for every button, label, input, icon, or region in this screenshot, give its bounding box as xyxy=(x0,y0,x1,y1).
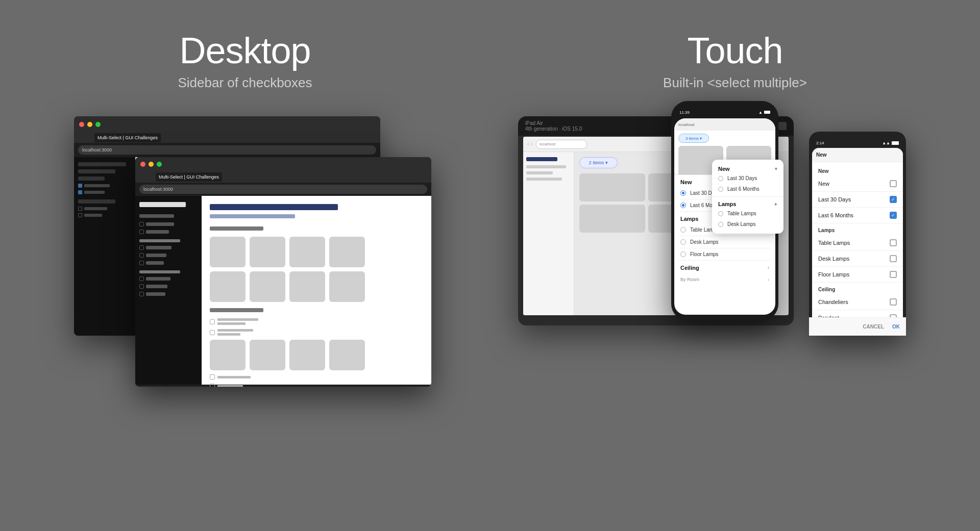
iphone-filter-button[interactable]: 3 Items ▾ xyxy=(678,134,709,143)
iphone-radio-floor xyxy=(680,251,686,257)
android-cb-desk[interactable] xyxy=(890,255,897,262)
ipad-back-icon[interactable]: ‹ xyxy=(527,141,529,147)
browser-back-tab-bar: Multi-Select | GUI Challenges xyxy=(74,133,380,143)
android-item-new[interactable]: New xyxy=(812,176,903,192)
checkbox-1[interactable] xyxy=(78,184,82,188)
ipad-sb-3 xyxy=(526,171,553,174)
browser-front-sidebar xyxy=(135,196,202,385)
grid-cell-8 xyxy=(329,271,365,302)
dd-item-table[interactable]: Table Lamps xyxy=(712,208,783,219)
sf-cb-8 xyxy=(139,292,198,296)
ipad-grid-cell-4 xyxy=(579,205,645,233)
browser-front-tl-yellow[interactable] xyxy=(149,162,154,167)
sf-checkbox-5[interactable] xyxy=(139,261,144,265)
ipad-address-input[interactable]: localhost xyxy=(536,140,587,149)
android-cb-chandeliers[interactable] xyxy=(890,298,897,306)
traffic-light-green[interactable] xyxy=(95,122,101,127)
grid-cell-5 xyxy=(210,271,246,302)
dd-divider-1 xyxy=(712,196,783,197)
traffic-light-yellow[interactable] xyxy=(87,122,92,127)
grid-row-3 xyxy=(210,340,423,370)
sf-subheader xyxy=(139,214,174,218)
android-item-chandeliers[interactable]: Chandeliers xyxy=(812,294,903,310)
iphone-dd-section-byroom: By Room › xyxy=(678,273,771,285)
android-item-last6-label: Last 6 Months xyxy=(818,212,853,218)
sf-checkbox-8[interactable] xyxy=(139,292,144,296)
iphone-dd-byroom-label: By Room xyxy=(680,277,699,283)
android-item-table[interactable]: Table Lamps xyxy=(812,235,903,251)
android-cb-last30[interactable]: ✓ xyxy=(890,196,897,203)
sf-checkbox-4[interactable] xyxy=(139,253,144,258)
sf-checkbox-1[interactable] xyxy=(139,222,144,226)
mf-cb-row-1 xyxy=(210,318,423,325)
sf-cb-6 xyxy=(139,276,198,281)
android-item-last6[interactable]: Last 6 Months ✓ xyxy=(812,208,903,223)
mf-checkbox-3[interactable] xyxy=(210,374,215,380)
sf-checkbox-3[interactable] xyxy=(139,245,144,250)
ipad-forward-icon[interactable]: › xyxy=(531,141,532,147)
android-item-desk-label: Desk Lamps xyxy=(818,256,849,262)
browser-front-tab[interactable]: Multi-Select | GUI Challenges xyxy=(156,172,222,182)
sf-checkbox-2[interactable] xyxy=(139,230,144,234)
dd-item-last6[interactable]: Last 6 Months xyxy=(712,184,783,194)
iphone-url-bar: localhost xyxy=(674,118,775,131)
sidebar-cb-2 xyxy=(78,190,131,194)
checkbox-2[interactable] xyxy=(78,190,82,194)
dd-label-last6: Last 6 Months xyxy=(727,186,760,192)
sf-checkbox-6[interactable] xyxy=(139,276,144,281)
grid-cell-2 xyxy=(250,237,285,267)
android-cb-new[interactable] xyxy=(890,180,897,187)
ipad-dropdown: New ▾ Last 30 Days Last 6 Months Lamps xyxy=(712,160,783,234)
mf-checkbox-2[interactable] xyxy=(210,330,215,335)
ipad-sb-1 xyxy=(526,157,557,161)
ipad-label: iPad Air 4th generation · iOS 15.0 xyxy=(525,120,582,132)
android-item-floor[interactable]: Floor Lamps xyxy=(812,267,903,283)
checkbox-4[interactable] xyxy=(78,213,82,217)
checkbox-3[interactable] xyxy=(78,207,82,211)
ipad-filter-button[interactable]: 2 Items ▾ xyxy=(579,157,618,168)
android-status-icons: ▲▲ xyxy=(882,141,899,145)
browser-back-tab[interactable]: Multi-Select | GUI Challenges xyxy=(94,133,161,142)
dd-label-table: Table Lamps xyxy=(727,211,756,216)
mf-cb-bars-3 xyxy=(217,376,251,378)
browser-front-main xyxy=(202,196,431,385)
android-ok-button[interactable]: OK xyxy=(892,324,900,330)
dd-section-new-label: New xyxy=(718,166,730,172)
browser-front-tl-red[interactable] xyxy=(140,162,145,167)
traffic-light-red[interactable] xyxy=(79,122,84,127)
android-title-bar: New xyxy=(812,148,903,162)
sf-checkbox-7[interactable] xyxy=(139,284,144,289)
android-cancel-button[interactable]: CANCEL xyxy=(863,324,884,330)
touch-heading-block: Touch Built-in <select multiple> xyxy=(490,31,980,91)
browser-back-address-input[interactable]: localhost:3000 xyxy=(78,145,376,155)
android-cb-table[interactable] xyxy=(890,239,897,246)
android-item-last30[interactable]: Last 30 Days ✓ xyxy=(812,192,903,208)
android-section-ceiling: Ceiling xyxy=(812,283,903,294)
iphone-radio-table xyxy=(680,227,686,233)
mf-checkbox-1[interactable] xyxy=(210,319,215,324)
browser-front-tl-green[interactable] xyxy=(157,162,162,167)
sf-section-1 xyxy=(139,239,180,242)
sf-cb-bar-6 xyxy=(146,277,170,281)
android-cb-last6[interactable]: ✓ xyxy=(890,212,897,219)
iphone-dd-ceiling-label: Ceiling xyxy=(680,265,699,271)
browser-front-address-input[interactable]: localhost:3000 xyxy=(139,185,427,194)
android-item-desk[interactable]: Desk Lamps xyxy=(812,251,903,267)
grid-row-2 xyxy=(210,271,423,302)
desktop-heading-block: Desktop Sidebar of checkboxes xyxy=(0,31,490,91)
mf-checkbox-4[interactable] xyxy=(210,384,215,387)
desktop-subtitle: Sidebar of checkboxes xyxy=(0,75,490,91)
dd-item-desk[interactable]: Desk Lamps xyxy=(712,219,783,230)
android-item-new-label: New xyxy=(818,181,829,187)
wifi-icon: ▲ xyxy=(758,110,763,115)
content-area: Multi-Select | GUI Challenges localhost:… xyxy=(0,101,980,371)
battery-icon xyxy=(764,111,770,114)
cb-label-2 xyxy=(84,191,105,194)
dd-item-last30[interactable]: Last 30 Days xyxy=(712,173,783,184)
iphone-dd-desk[interactable]: Desk Lamps xyxy=(678,236,771,248)
sf-section-2 xyxy=(139,270,180,273)
browser-back-titlebar xyxy=(74,116,380,133)
iphone-dd-floor[interactable]: Floor Lamps xyxy=(678,248,771,261)
dd-chevron-new: ▾ xyxy=(775,166,777,171)
android-cb-floor[interactable] xyxy=(890,271,897,278)
